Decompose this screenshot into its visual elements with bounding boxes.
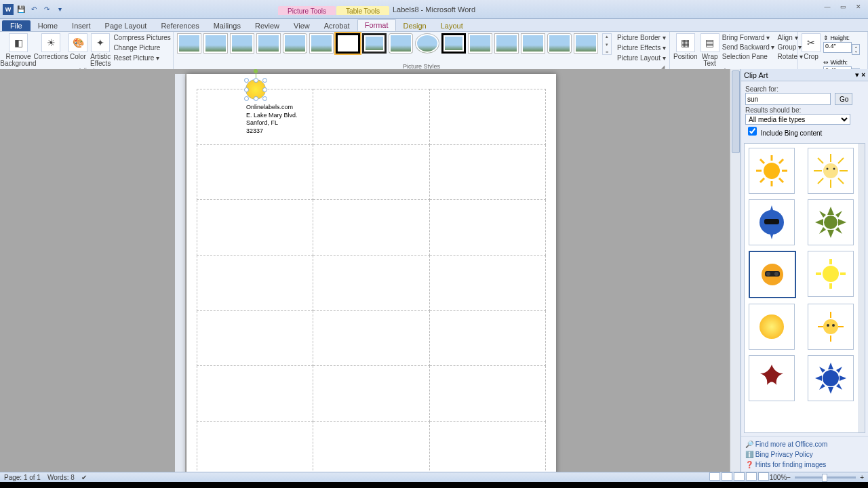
style-item[interactable]	[547, 33, 572, 54]
crop-button[interactable]: ✂Crop	[802, 33, 821, 60]
selection-pane-button[interactable]: Selection Pane	[722, 52, 775, 61]
rotate-handle[interactable]	[254, 69, 258, 73]
svg-point-50	[823, 370, 839, 386]
gallery-more-button[interactable]: ▴▾≡	[602, 33, 612, 55]
style-item[interactable]	[177, 33, 201, 54]
tab-home[interactable]: Home	[31, 20, 64, 31]
style-item[interactable]	[389, 33, 413, 54]
compress-pictures-button[interactable]: Compress Pictures	[113, 33, 170, 42]
link-privacy[interactable]: ℹ️ Bing Privacy Policy	[745, 449, 864, 460]
zoom-out-button[interactable]: −	[787, 474, 791, 481]
redo-icon[interactable]: ↷	[41, 4, 52, 15]
svg-marker-58	[819, 384, 825, 390]
results-select[interactable]: All media file types	[745, 114, 850, 125]
svg-marker-51	[828, 363, 833, 369]
clipart-thumb[interactable]	[808, 199, 854, 245]
tab-design[interactable]: Design	[397, 20, 433, 31]
svg-marker-28	[838, 219, 846, 226]
label-address[interactable]: Onlinelabels.com E. Lake Mary Blvd. Sanf…	[246, 104, 310, 136]
title-bar: W 💾 ↶ ↷ ▾ Picture Tools Table Tools Labe…	[0, 0, 868, 19]
tab-mailings[interactable]: Mailings	[207, 20, 248, 31]
style-item[interactable]	[203, 33, 228, 54]
picture-layout-button[interactable]: Picture Layout ▾	[617, 54, 666, 62]
svg-marker-56	[836, 384, 842, 390]
clipart-thumb[interactable]	[749, 199, 795, 245]
maximize-button[interactable]: ▭	[836, 3, 850, 11]
svg-line-15	[838, 178, 844, 184]
style-item[interactable]	[309, 33, 334, 54]
reset-picture-button[interactable]: Reset Picture ▾	[113, 54, 170, 62]
style-item[interactable]	[415, 33, 439, 54]
clipart-thumb[interactable]	[749, 304, 795, 350]
style-item[interactable]	[521, 33, 545, 54]
clipart-thumb[interactable]	[808, 304, 854, 350]
remove-background-button[interactable]: ◧Remove Background	[3, 33, 33, 67]
style-item[interactable]	[494, 33, 519, 54]
selected-clipart-sun[interactable]	[245, 79, 266, 100]
zoom-slider[interactable]	[795, 476, 856, 479]
tab-page-layout[interactable]: Page Layout	[98, 20, 154, 31]
proofing-icon[interactable]: ✔	[81, 474, 87, 481]
tab-review[interactable]: Review	[248, 20, 286, 31]
bing-checkbox[interactable]: Include Bing content	[745, 129, 822, 137]
tab-references[interactable]: References	[154, 20, 205, 31]
send-backward-button[interactable]: Send Backward ▾	[722, 43, 775, 52]
qat-dropdown-icon[interactable]: ▾	[54, 4, 65, 15]
tab-layout[interactable]: Layout	[434, 20, 470, 31]
clipart-thumb[interactable]	[808, 251, 854, 297]
link-office[interactable]: 🔎 Find more at Office.com	[745, 439, 864, 449]
pane-close-icon[interactable]: ×	[861, 71, 865, 79]
tab-view[interactable]: View	[287, 20, 317, 31]
bring-forward-button[interactable]: Bring Forward ▾	[722, 33, 775, 42]
results-scrollbar[interactable]	[858, 144, 865, 432]
view-buttons[interactable]	[709, 472, 770, 482]
zoom-level[interactable]: 100%	[770, 474, 787, 481]
picture-border-button[interactable]: Picture Border ▾	[617, 33, 666, 42]
link-hints[interactable]: ❓ Hints for finding images	[745, 460, 864, 470]
picture-styles-gallery[interactable]	[177, 33, 598, 54]
status-words[interactable]: Words: 8	[47, 474, 75, 481]
tab-acrobat[interactable]: Acrobat	[317, 20, 357, 31]
style-item[interactable]	[283, 33, 307, 54]
close-button[interactable]: ✕	[852, 3, 865, 11]
change-picture-button[interactable]: Change Picture	[113, 43, 170, 52]
svg-line-5	[760, 159, 764, 163]
minimize-button[interactable]: —	[821, 3, 834, 11]
document-area[interactable]: Onlinelabels.com E. Lake Mary Blvd. Sanf…	[0, 69, 741, 472]
clipart-thumb[interactable]	[749, 148, 795, 194]
go-button[interactable]: Go	[835, 93, 852, 105]
clipart-thumb[interactable]	[808, 148, 854, 194]
style-item[interactable]	[336, 33, 360, 54]
tab-insert[interactable]: Insert	[65, 20, 98, 31]
clipart-thumb[interactable]	[749, 355, 795, 401]
page[interactable]: Onlinelabels.com E. Lake Mary Blvd. Sanf…	[186, 74, 556, 472]
zoom-in-button[interactable]: +	[860, 474, 864, 481]
status-page[interactable]: Page: 1 of 1	[4, 474, 41, 481]
height-field[interactable]: ⇕ Height: 0.4"▴▾	[823, 33, 864, 55]
position-button[interactable]: ▦Position	[673, 33, 698, 60]
undo-icon[interactable]: ↶	[28, 4, 39, 15]
save-icon[interactable]: 💾	[16, 4, 26, 15]
search-input[interactable]	[745, 93, 831, 105]
corrections-button[interactable]: ☀Corrections	[36, 33, 66, 60]
artistic-effects-button[interactable]: ✦Artistic Effects	[90, 33, 111, 67]
clipart-thumb[interactable]	[808, 355, 854, 401]
style-item[interactable]	[362, 33, 387, 54]
style-item[interactable]	[441, 33, 466, 54]
clipart-thumb-selected[interactable]	[749, 251, 796, 298]
svg-marker-52	[828, 387, 833, 394]
color-button[interactable]: 🎨Color	[68, 33, 87, 60]
wrap-text-button[interactable]: ▤Wrap Text	[701, 33, 719, 67]
clipart-results[interactable]	[744, 143, 865, 433]
style-item[interactable]	[256, 33, 281, 54]
picture-effects-button[interactable]: Picture Effects ▾	[617, 43, 666, 52]
style-item[interactable]	[230, 33, 254, 54]
vertical-scrollbar[interactable]	[730, 69, 741, 472]
tab-file[interactable]: File	[2, 20, 31, 31]
style-item[interactable]	[574, 33, 598, 54]
svg-point-0	[764, 163, 780, 179]
label-table[interactable]: Onlinelabels.com E. Lake Mary Blvd. Sanf…	[197, 89, 546, 472]
style-item[interactable]	[468, 33, 492, 54]
tab-format[interactable]: Format	[357, 19, 396, 31]
pane-dropdown-icon[interactable]: ▾	[855, 70, 859, 79]
